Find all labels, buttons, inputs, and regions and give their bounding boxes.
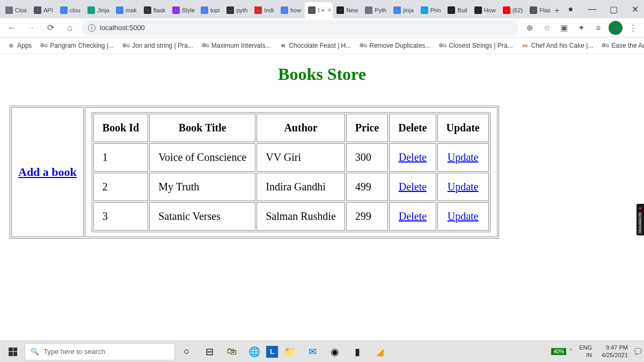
app-chrome[interactable]: ◉ [324,341,346,363]
screenrec-tab[interactable]: screenrec [636,204,644,235]
browser-tab[interactable]: ·API [31,2,56,18]
favicon: · [172,6,180,14]
update-link[interactable]: Update [448,181,479,193]
table-row: 1 Voice of Conscience VV Giri 300 Delete… [93,143,489,172]
profile-avatar[interactable]: S [609,21,623,35]
share-icon[interactable]: ▣ [557,21,571,35]
favicon: · [116,6,123,14]
app-terminal[interactable]: ▮ [347,341,368,363]
battery-indicator[interactable]: 40% [551,348,566,355]
browser-tab[interactable]: ·clou [57,2,84,18]
bookmark-item[interactable]: HChocolate Feast | H... [276,41,354,50]
url-field[interactable]: i localhost:5000 [82,20,518,35]
browser-tab[interactable]: ·pyth [223,2,251,18]
zoom-icon[interactable]: ⊕ [523,21,537,35]
bookmark-item[interactable]: ƏGEase the Array | Pra... [598,41,644,50]
browser-tab[interactable]: ·how [277,2,304,18]
apps-button[interactable]: ⊞Apps [4,41,35,50]
reading-mode-icon[interactable]: ≡ [591,21,605,35]
browser-tab[interactable]: ·New [333,2,361,18]
favicon: · [254,6,262,14]
browser-tab[interactable]: ·(62) [500,2,526,18]
taskbar-search[interactable]: 🔍 Type here to search [25,343,175,360]
app-store[interactable]: 🛍 [221,341,243,363]
taskbar: 🔍 Type here to search ○ ⊟ 🛍 🌐 L 📁 ✉ ◉ ▮ … [0,341,644,362]
browser-tab[interactable]: ·Jinja [84,2,112,18]
update-link[interactable]: Update [448,151,479,163]
app-explorer[interactable]: 📁 [279,341,301,363]
app-linkedin[interactable]: L [266,346,278,358]
task-view-button[interactable]: ⊟ [199,341,220,363]
bookmark-icon: ƏG [602,42,609,49]
system-tray: 40% ˄ ENGIN 9:47 PM4/25/2021 💬 [551,344,642,358]
browser-tab[interactable]: ·mak [113,2,140,18]
browser-tab[interactable]: ·Style [169,2,197,18]
start-button[interactable] [2,341,24,363]
browser-tab[interactable]: ·I ×× [305,2,333,18]
maximize-button[interactable]: ▢ [603,1,624,17]
browser-tab[interactable]: ·Indi [251,2,277,18]
browser-tab[interactable]: ·How [471,2,499,18]
bookmark-item[interactable]: ƏGClosest Strings | Pra... [436,41,516,50]
add-book-link[interactable]: Add a book [18,165,77,179]
browser-tab[interactable]: ·Pyth [362,2,390,18]
delete-link[interactable]: Delete [399,151,427,163]
tab-label: topi [210,7,220,13]
window-controls: ● — ▢ ✕ [560,0,644,18]
browser-tab[interactable]: ·Clos [2,2,30,18]
home-button[interactable]: ⌂ [62,20,77,35]
notifications-icon[interactable]: 💬 [634,348,642,355]
favicon: · [281,6,288,14]
cell-id: 2 [93,173,148,201]
minimize-button[interactable]: — [581,1,603,17]
app-mail[interactable]: ✉ [302,341,323,363]
new-tab-button[interactable]: + [554,3,559,18]
tray-expand-icon[interactable]: ˄ [569,348,573,355]
cell-author: Indira Gandhi [257,173,345,201]
tab-label: mak [126,7,137,13]
favicon: · [421,6,428,14]
close-tab-icon[interactable]: × [328,6,332,14]
extensions-icon[interactable]: ✦ [574,21,588,35]
site-info-icon[interactable]: i [88,24,96,32]
tab-label: Style [182,7,195,13]
browser-tab[interactable]: ·Buil [444,2,470,18]
bookmark-item[interactable]: ccChef And his Cake |... [518,41,596,50]
cortana-button[interactable]: ○ [176,341,197,363]
browser-tab[interactable]: ·Flas [526,2,554,18]
browser-tab[interactable]: ·topi [197,2,223,18]
delete-link[interactable]: Delete [399,181,427,193]
bookmark-item[interactable]: ƏGJon and string | Pra... [119,41,196,50]
menu-button[interactable]: ⋮ [626,21,640,35]
column-header: Update [437,114,489,142]
forward-button[interactable]: → [24,20,39,35]
account-icon[interactable]: ● [560,1,581,17]
tray-lang[interactable]: ENGIN [576,344,595,358]
url-text: localhost:5000 [100,24,145,32]
tray-clock[interactable]: 9:47 PM4/25/2021 [598,344,631,358]
bookmark-item[interactable]: ƏGPangram Checking |... [37,41,117,50]
cell-id: 1 [93,143,148,172]
bookmark-label: Chocolate Feast | H... [289,42,351,49]
browser-tab[interactable]: ·Prin [418,2,444,18]
favicon: · [5,6,13,14]
back-button[interactable]: ← [4,20,19,35]
bookmark-label: Pangram Checking |... [50,42,114,49]
delete-link[interactable]: Delete [399,210,427,222]
cell-title: Voice of Conscience [149,143,255,172]
app-edge[interactable]: 🌐 [244,341,265,363]
cell-price: 299 [346,202,388,231]
close-window-button[interactable]: ✕ [624,1,644,17]
bookmark-item[interactable]: ƏGRemove Duplicates... [356,41,434,50]
bookmark-star-icon[interactable]: ☆ [540,21,554,35]
bookmark-item[interactable]: ƏGMaximum Intervals... [199,41,274,50]
browser-tab[interactable]: ·jinja [390,2,417,18]
update-link[interactable]: Update [448,210,479,222]
tab-label: Clos [15,7,27,13]
tab-label: flask [153,7,166,13]
tab-label: Pyth [375,7,386,13]
tab-label: pyth [236,7,247,13]
browser-tab[interactable]: ·flask [141,2,169,18]
app-sublime[interactable]: ◢ [369,341,391,363]
reload-button[interactable]: ⟳ [43,20,58,35]
